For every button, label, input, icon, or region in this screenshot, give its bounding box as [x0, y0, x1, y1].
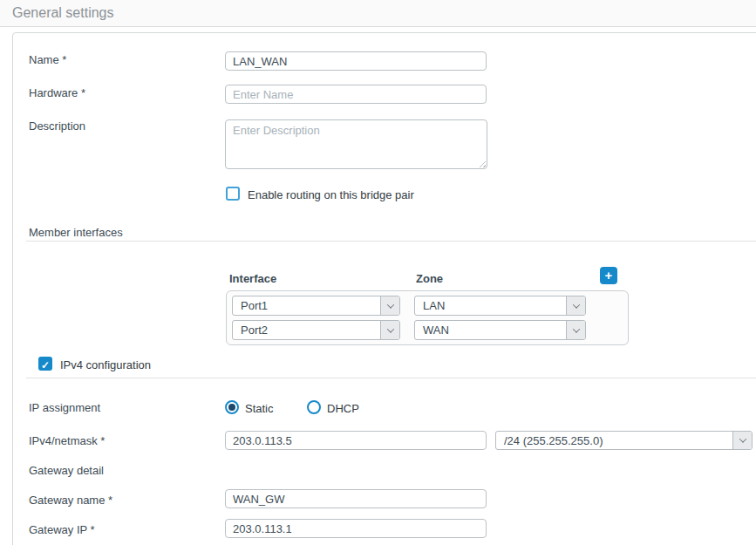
interface-select-row2[interactable]: Port2 — [232, 320, 400, 340]
ipv4-netmask-label: IPv4/netmask * — [29, 434, 105, 447]
hardware-label: Hardware * — [29, 86, 85, 99]
chevron-down-icon — [566, 321, 585, 339]
zone-select-row1[interactable]: LAN — [414, 296, 586, 316]
description-textarea[interactable] — [225, 119, 487, 169]
column-header-zone: Zone — [416, 272, 443, 285]
enable-routing-checkbox[interactable] — [226, 187, 240, 201]
dhcp-radio-label[interactable]: DHCP — [327, 402, 359, 415]
page-header: General settings — [0, 0, 756, 27]
hardware-input[interactable] — [225, 85, 487, 104]
interface-select-row1[interactable]: Port1 — [232, 296, 400, 316]
name-input[interactable] — [225, 51, 487, 71]
plus-icon: + — [605, 268, 613, 283]
gateway-name-input[interactable] — [225, 489, 487, 508]
chevron-down-icon — [380, 296, 399, 315]
gateway-ip-input[interactable] — [225, 519, 487, 538]
interface-select-row2-value: Port2 — [233, 324, 380, 337]
check-icon: ✓ — [41, 359, 50, 371]
gateway-ip-label: Gateway IP * — [29, 523, 95, 536]
ipv4-configuration-checkbox[interactable]: ✓ — [38, 357, 52, 371]
interface-select-row1-value: Port1 — [233, 299, 380, 312]
static-radio-label[interactable]: Static — [245, 402, 274, 415]
general-settings-panel — [12, 32, 756, 545]
name-label: Name * — [29, 53, 66, 66]
column-header-interface: Interface — [229, 272, 276, 285]
ipv4-section-divider — [26, 378, 756, 378]
chevron-down-icon — [380, 321, 399, 339]
chevron-down-icon — [566, 296, 585, 315]
enable-routing-label[interactable]: Enable routing on this bridge pair — [248, 188, 414, 201]
zone-select-row2[interactable]: WAN — [414, 320, 586, 340]
gateway-name-label: Gateway name * — [29, 494, 112, 507]
ipv4-configuration-label[interactable]: IPv4 configuration — [60, 358, 151, 371]
zone-select-row1-value: LAN — [415, 299, 566, 312]
netmask-select[interactable]: /24 (255.255.255.0) — [495, 431, 753, 450]
ip-assignment-label: IP assignment — [29, 401, 100, 414]
zone-select-row2-value: WAN — [415, 324, 566, 337]
member-interfaces-divider — [26, 241, 756, 242]
add-interface-button[interactable]: + — [600, 267, 617, 284]
member-interfaces-section-label: Member interfaces — [29, 226, 123, 239]
netmask-select-value: /24 (255.255.255.0) — [496, 434, 732, 447]
page-title: General settings — [12, 5, 114, 21]
static-radio[interactable] — [225, 400, 239, 414]
ipv4-address-input[interactable] — [225, 431, 487, 450]
description-label: Description — [29, 119, 85, 133]
gateway-detail-label: Gateway detail — [29, 464, 104, 477]
dhcp-radio[interactable] — [307, 400, 321, 414]
chevron-down-icon — [732, 432, 752, 449]
